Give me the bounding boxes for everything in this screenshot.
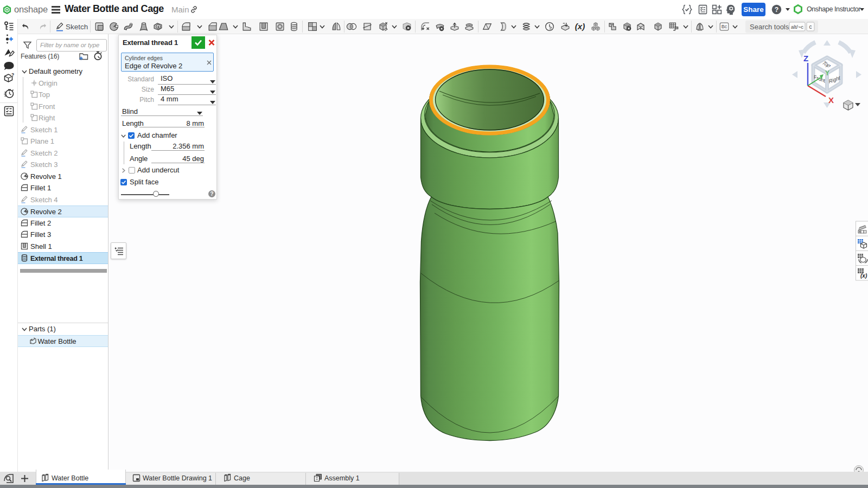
svg-text:?: ? xyxy=(11,72,14,78)
svg-text:(x): (x) xyxy=(575,22,585,31)
svg-text:Bc: Bc xyxy=(722,24,727,29)
svg-text:X: X xyxy=(828,95,834,105)
svg-text:?: ? xyxy=(775,6,778,14)
svg-text:Z: Z xyxy=(803,54,808,63)
svg-text:c: c xyxy=(809,24,812,30)
svg-text:Y: Y xyxy=(825,69,829,77)
svg-text:Search tools...: Search tools... xyxy=(750,23,795,31)
svg-text:Sketch: Sketch xyxy=(66,23,88,31)
svg-text:(x): (x) xyxy=(860,273,867,279)
svg-text:alt/~c: alt/~c xyxy=(791,24,803,30)
